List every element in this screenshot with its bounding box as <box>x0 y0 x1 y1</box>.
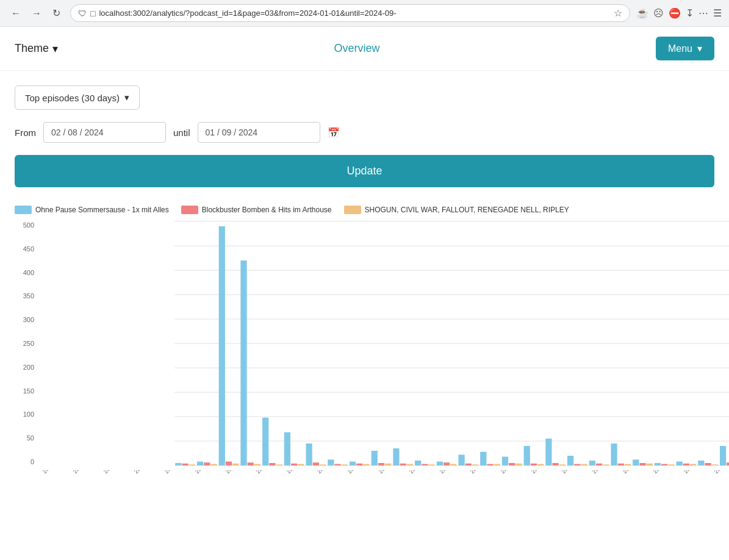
filter-dropdown[interactable]: Top episodes (30 days) ▾ <box>15 85 140 110</box>
chevron-down-icon: ▾ <box>52 42 58 56</box>
bar <box>509 463 515 465</box>
bar <box>356 464 362 465</box>
bar <box>472 464 478 465</box>
reload-button[interactable]: ↻ <box>49 6 64 20</box>
bar <box>553 463 559 465</box>
bar <box>581 464 587 465</box>
legend-item: Ohne Pause Sommersause - 1x mit Alles <box>15 206 169 214</box>
bar <box>494 464 500 465</box>
bar <box>210 464 217 465</box>
app-header: Theme ▾ Overview Menu ▾ <box>0 27 729 71</box>
bar <box>458 454 464 465</box>
bar <box>633 459 639 465</box>
y-axis-label: 50 <box>15 434 34 442</box>
bar <box>698 461 704 465</box>
menu-chevron-icon: ▾ <box>697 43 702 54</box>
more-icon[interactable]: ⋯ <box>698 7 708 19</box>
bar <box>720 446 726 465</box>
bar <box>502 457 508 465</box>
date-range-row: From until 📅 <box>15 122 714 143</box>
update-button[interactable]: Update <box>15 155 714 187</box>
bar <box>444 462 450 465</box>
page-icon: □ <box>90 9 95 18</box>
bookmark-icon[interactable]: ☆ <box>614 7 622 19</box>
y-axis: 050100150200250300350400450500 <box>15 221 39 465</box>
address-bar[interactable]: 🛡 □ ☆ <box>70 4 630 22</box>
bar <box>559 464 566 465</box>
bar <box>668 464 674 465</box>
bar <box>596 464 602 465</box>
bar <box>480 452 486 465</box>
y-axis-label: 100 <box>15 411 34 418</box>
bar <box>254 464 260 465</box>
bar <box>393 448 399 465</box>
bar <box>465 464 472 465</box>
overview-link[interactable]: Overview <box>334 42 379 55</box>
legend-item: Blockbuster Bomben & Hits im Arthouse <box>181 206 332 214</box>
y-axis-label: 450 <box>15 245 34 253</box>
menu-icon[interactable]: ☰ <box>713 7 722 19</box>
bar <box>574 464 580 465</box>
legend-color-swatch <box>181 206 198 214</box>
bar <box>269 463 275 465</box>
bar <box>531 464 537 465</box>
bar <box>219 226 225 465</box>
bar <box>372 451 378 465</box>
bar <box>727 462 729 465</box>
menu-label: Menu <box>668 43 692 54</box>
bar <box>248 462 254 465</box>
y-axis-label: 250 <box>15 340 34 347</box>
bar <box>342 464 348 465</box>
from-label: From <box>15 127 36 138</box>
bar <box>545 439 551 465</box>
legend-label: Blockbuster Bomben & Hits im Arthouse <box>202 206 332 214</box>
bar <box>320 464 326 465</box>
bar <box>291 464 297 465</box>
until-date-input[interactable] <box>198 122 320 143</box>
main-content: Top episodes (30 days) ▾ From until 📅 Up… <box>0 71 729 528</box>
url-input[interactable] <box>99 9 610 18</box>
back-button[interactable]: ← <box>7 6 24 20</box>
y-axis-label: 150 <box>15 387 34 395</box>
bar <box>378 463 384 465</box>
chart-wrapper: 050100150200250300350400450500 2024-08-0… <box>15 221 714 513</box>
pocket-icon[interactable]: ☕ <box>636 7 648 19</box>
dropdown-icon: ▾ <box>124 92 129 103</box>
bar <box>363 464 369 465</box>
chart-container: Ohne Pause Sommersause - 1x mit Alles Bl… <box>15 206 714 513</box>
legend-label: Ohne Pause Sommersause - 1x mit Alles <box>35 206 169 214</box>
bar <box>589 461 595 465</box>
account-icon[interactable]: ☹ <box>653 7 664 19</box>
y-axis-label: 0 <box>15 458 34 465</box>
from-date-input[interactable] <box>43 122 166 143</box>
bar <box>639 463 645 465</box>
bar <box>683 464 689 465</box>
bar <box>306 443 312 465</box>
bar <box>647 464 653 465</box>
install-icon[interactable]: ↧ <box>686 7 694 19</box>
calendar-icon[interactable]: 📅 <box>328 127 340 138</box>
bar <box>705 463 711 465</box>
filter-label: Top episodes (30 days) <box>25 93 120 103</box>
bar <box>655 463 661 465</box>
bar <box>334 464 340 465</box>
bar <box>611 443 617 465</box>
bar <box>298 464 304 465</box>
theme-button[interactable]: Theme ▾ <box>15 42 58 56</box>
y-axis-label: 350 <box>15 292 34 300</box>
y-axis-label: 200 <box>15 364 34 371</box>
bar <box>284 433 290 465</box>
extension-icon[interactable]: ⛔ <box>669 7 681 19</box>
forward-button[interactable]: → <box>28 6 45 20</box>
chart-legend: Ohne Pause Sommersause - 1x mit Alles Bl… <box>15 206 714 214</box>
bar <box>618 464 624 465</box>
y-axis-label: 300 <box>15 316 34 323</box>
bar <box>407 464 413 465</box>
menu-button[interactable]: Menu ▾ <box>656 37 714 60</box>
bar <box>422 464 428 465</box>
bar <box>690 464 696 465</box>
legend-label: SHOGUN, CIVIL WAR, FALLOUT, RENEGADE NEL… <box>365 206 569 214</box>
bar <box>385 464 391 465</box>
bar <box>276 464 282 465</box>
bar <box>603 464 609 465</box>
